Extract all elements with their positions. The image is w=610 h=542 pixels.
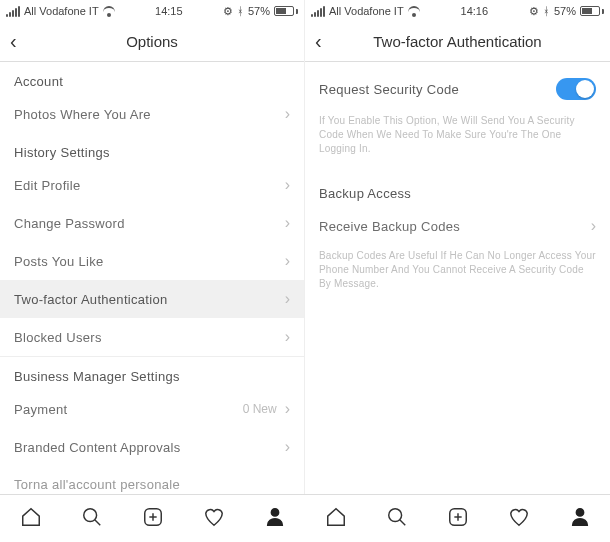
row-label: Request Security Code (319, 82, 459, 97)
row-posts-you-like[interactable]: Posts You Like › (0, 242, 304, 280)
row-change-password[interactable]: Change Password › (0, 204, 304, 242)
chevron-right-icon: › (285, 106, 290, 122)
add-tab[interactable] (447, 506, 469, 532)
chevron-right-icon: › (285, 253, 290, 269)
home-tab[interactable] (325, 506, 347, 532)
settings-icon (223, 5, 233, 18)
activity-tab[interactable] (203, 506, 225, 532)
section-business: Business Manager Settings (0, 357, 304, 390)
chevron-right-icon: › (285, 215, 290, 231)
page-title: Options (126, 33, 178, 50)
carrier-label: All Vodafone IT (329, 5, 404, 17)
security-code-toggle[interactable] (556, 78, 596, 100)
back-button[interactable]: ‹ (10, 30, 17, 53)
row-label: Payment (14, 402, 67, 417)
battery-percent: 57% (554, 5, 576, 17)
chevron-right-icon: › (285, 401, 290, 417)
svg-line-1 (94, 519, 100, 525)
section-account: Account (0, 62, 304, 95)
chevron-right-icon: › (285, 177, 290, 193)
svg-point-11 (576, 508, 583, 515)
row-label: Photos Where You Are (14, 107, 151, 122)
settings-icon (529, 5, 539, 18)
row-blocked-users[interactable]: Blocked Users › (0, 318, 304, 356)
activity-tab[interactable] (508, 506, 530, 532)
home-tab[interactable] (20, 506, 42, 532)
row-back-personal[interactable]: Torna all'account personale (0, 466, 304, 492)
row-edit-profile[interactable]: Edit Profile › (0, 166, 304, 204)
two-factor-content: Request Security Code If You Enable This… (305, 62, 610, 494)
svg-line-7 (399, 519, 405, 525)
chevron-right-icon: › (285, 291, 290, 307)
row-request-security-code: Request Security Code (305, 62, 610, 110)
row-label: Edit Profile (14, 178, 80, 193)
row-label: Torna all'account personale (14, 477, 180, 492)
tab-bar (0, 494, 610, 542)
row-two-factor-auth[interactable]: Two-factor Authentication › (0, 280, 304, 318)
phone-two-factor: All Vodafone IT 14:16 ᚼ 57% ‹ Two-factor… (305, 0, 610, 494)
add-tab[interactable] (142, 506, 164, 532)
search-tab[interactable] (81, 506, 103, 532)
row-label: Receive Backup Codes (319, 219, 460, 234)
profile-tab[interactable] (569, 506, 591, 532)
help-text-backup-codes: Backup Codes Are Useful If He Can No Lon… (305, 245, 610, 305)
row-label: Branded Content Approvals (14, 440, 181, 455)
row-photos-of-you[interactable]: Photos Where You Are › (0, 95, 304, 133)
svg-point-6 (388, 508, 401, 521)
options-list: Account Photos Where You Are › History S… (0, 62, 304, 494)
row-payments[interactable]: Payment 0 New › (0, 390, 304, 428)
carrier-label: All Vodafone IT (24, 5, 99, 17)
row-label: Change Password (14, 216, 125, 231)
nav-header: ‹ Options (0, 22, 304, 62)
page-title: Two-factor Authentication (373, 33, 541, 50)
clock-label: 14:15 (155, 5, 183, 17)
bluetooth-icon: ᚼ (543, 5, 550, 17)
clock-label: 14:16 (461, 5, 489, 17)
row-branded-content[interactable]: Branded Content Approvals › (0, 428, 304, 466)
status-bar: All Vodafone IT 14:16 ᚼ 57% (305, 0, 610, 22)
row-label: Posts You Like (14, 254, 104, 269)
phone-options: All Vodafone IT 14:15 ᚼ 57% ‹ Options Ac… (0, 0, 305, 494)
chevron-right-icon: › (285, 329, 290, 345)
section-history: History Settings (0, 133, 304, 166)
help-text-security-code: If You Enable This Option, We Will Send … (305, 110, 610, 170)
svg-point-5 (271, 508, 278, 515)
row-receive-backup-codes[interactable]: Receive Backup Codes › (305, 207, 610, 245)
bluetooth-icon: ᚼ (237, 5, 244, 17)
nav-header: ‹ Two-factor Authentication (305, 22, 610, 62)
wifi-icon (103, 6, 115, 16)
battery-icon (274, 6, 298, 16)
chevron-right-icon: › (285, 439, 290, 455)
row-label: Blocked Users (14, 330, 102, 345)
wifi-icon (408, 6, 420, 16)
search-tab[interactable] (386, 506, 408, 532)
back-button[interactable]: ‹ (315, 30, 322, 53)
signal-icon (6, 6, 20, 17)
section-backup-access: Backup Access (305, 170, 610, 207)
battery-icon (580, 6, 604, 16)
battery-percent: 57% (248, 5, 270, 17)
svg-point-0 (83, 508, 96, 521)
signal-icon (311, 6, 325, 17)
profile-tab[interactable] (264, 506, 286, 532)
chevron-right-icon: › (591, 218, 596, 234)
row-label: Two-factor Authentication (14, 292, 167, 307)
status-bar: All Vodafone IT 14:15 ᚼ 57% (0, 0, 304, 22)
payments-meta: 0 New (243, 402, 277, 416)
